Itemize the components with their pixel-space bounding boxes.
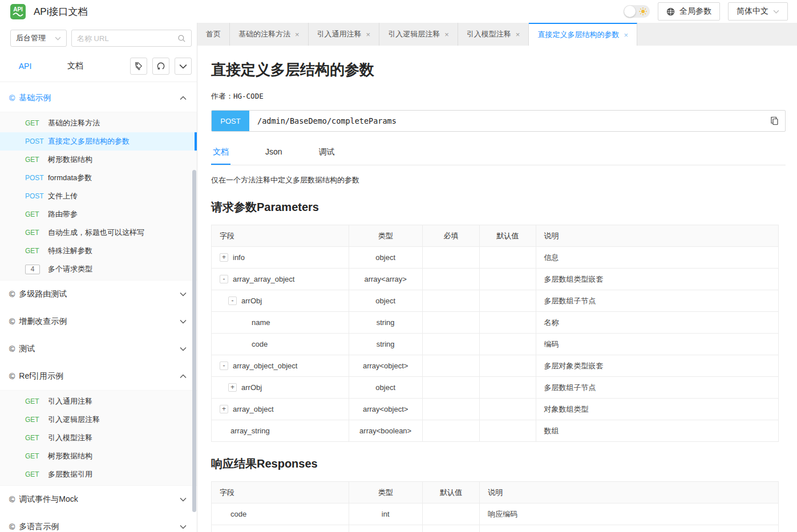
api-item-label: 树形数据结构 (48, 155, 92, 165)
description-cell: 数组 (536, 420, 778, 442)
close-icon[interactable]: × (295, 30, 300, 39)
search-box[interactable] (71, 30, 192, 47)
doc-tab-Json[interactable]: Json (264, 141, 284, 165)
sidebar-api-item[interactable]: GET引入模型注释 (0, 429, 197, 447)
main-tab[interactable]: 引入通用注释× (309, 23, 380, 46)
theme-toggle[interactable] (624, 5, 650, 18)
default-cell (480, 420, 536, 442)
sidebar-group-header[interactable]: ©多语言示例 (0, 513, 197, 532)
field-cell-inner: +arrObj (212, 383, 349, 392)
column-header: 类型 (349, 225, 422, 247)
sidebar-api-item[interactable]: GET引入逻辑层注释 (0, 411, 197, 429)
collapse-icon[interactable]: - (220, 275, 228, 283)
description-cell: 操作描述 (480, 525, 779, 532)
sidebar-api-item[interactable]: GET路由带参 (0, 205, 197, 224)
params-heading: 请求参数Parameters (211, 200, 786, 215)
chevron-up-icon (180, 96, 187, 100)
field-cell: message (212, 525, 349, 532)
app-logo-icon: API (10, 4, 26, 19)
doc-tab-文档[interactable]: 文档 (211, 141, 230, 165)
sidebar-api-item[interactable]: GET多层数据引用 (0, 465, 197, 484)
close-icon[interactable]: × (366, 30, 371, 39)
sidebar-group-header[interactable]: ©增删改查示例 (0, 308, 197, 335)
close-icon[interactable]: × (444, 30, 449, 39)
sidebar-group-label: 增删改查示例 (19, 316, 67, 327)
language-select[interactable]: 简体中文 (728, 2, 788, 21)
sidebar-api-item[interactable]: POST直接定义多层结构的参数 (0, 132, 197, 151)
method-label: GET (25, 397, 48, 405)
default-cell (480, 355, 536, 377)
table-row: messagestring操作描述 (212, 525, 779, 532)
main-tab[interactable]: 引入逻辑层注释× (379, 23, 458, 46)
sidebar-api-item[interactable]: GET树形数据结构 (0, 151, 197, 169)
description-cell: 响应编码 (480, 503, 779, 525)
sidebar-api-item[interactable]: GET特殊注解参数 (0, 242, 197, 260)
type-cell: array<boolean> (349, 420, 422, 442)
close-icon[interactable]: × (516, 30, 520, 39)
sidebar-api-item[interactable]: GET引入通用注释 (0, 392, 197, 411)
sidebar-group-header[interactable]: ©Ref引用示例 (0, 363, 197, 390)
sidebar-api-item[interactable]: GET自动生成，标题也可以这样写 (0, 224, 197, 242)
sidebar-api-item[interactable]: POSTformdata参数 (0, 169, 197, 187)
required-cell (422, 290, 479, 312)
main-tab-label: 引入通用注释 (317, 29, 362, 39)
collapse-all-button[interactable] (175, 58, 192, 75)
sidebar-tab-api[interactable]: API (0, 62, 50, 71)
main-tab-label: 直接定义多层结构的参数 (537, 30, 619, 40)
header-right: 全局参数 简体中文 (624, 2, 788, 21)
sidebar-group-label: 多级路由测试 (19, 289, 67, 299)
main-tab[interactable]: 直接定义多层结构的参数× (529, 23, 637, 46)
method-label: POST (25, 192, 48, 200)
project-select-value: 后台管理 (16, 33, 46, 43)
field-cell: code (212, 503, 349, 525)
tags-button[interactable] (130, 58, 147, 75)
sidebar-group-header[interactable]: ©基础示例 (0, 84, 197, 112)
sidebar-api-item[interactable]: GET树形数据结构 (0, 447, 197, 465)
doc-tab-调试[interactable]: 调试 (317, 141, 337, 165)
copy-url-button[interactable] (770, 116, 779, 125)
sidebar-api-item[interactable]: GET基础的注释方法 (0, 114, 197, 132)
refresh-button[interactable] (152, 58, 169, 75)
expand-icon[interactable]: + (220, 405, 228, 413)
field-name: info (233, 253, 245, 262)
collapse-icon[interactable]: - (228, 297, 237, 305)
column-header: 说明 (536, 225, 778, 247)
author-label: 作者： (211, 92, 233, 100)
method-label: POST (25, 174, 48, 182)
sidebar-scrollbar-thumb[interactable] (192, 170, 196, 512)
default-cell (480, 247, 536, 269)
global-params-button[interactable]: 全局参数 (658, 2, 720, 21)
controller-icon: © (9, 522, 15, 531)
sidebar-group-header[interactable]: ©测试 (0, 335, 197, 363)
sidebar-api-item[interactable]: 4多个请求类型 (0, 260, 197, 278)
chevron-down-icon (55, 36, 61, 40)
search-input[interactable] (77, 34, 177, 43)
svg-text:API: API (13, 6, 23, 13)
required-cell (422, 334, 479, 355)
table-header-row: 字段类型默认值说明 (212, 482, 779, 503)
main-tab[interactable]: 引入模型注释× (458, 23, 529, 46)
main-tab[interactable]: 首页 (197, 23, 230, 46)
sidebar-tab-doc[interactable]: 文档 (50, 61, 100, 71)
collapse-icon[interactable]: - (220, 362, 228, 370)
type-cell: array<object> (349, 355, 422, 377)
field-cell: -array_object_object (212, 355, 349, 377)
type-cell: string (349, 312, 422, 334)
api-item-label: 多层数据引用 (48, 469, 92, 480)
close-icon[interactable]: × (624, 31, 628, 39)
chevron-up-icon (180, 374, 187, 379)
description-cell: 编码 (536, 334, 778, 355)
sidebar-api-item[interactable]: POST文件上传 (0, 187, 197, 205)
sidebar-controls: 后台管理 (0, 23, 197, 52)
doc-content: 直接定义多层结构的参数 作者：HG-CODE POST /admin/BaseD… (197, 46, 797, 532)
expand-icon[interactable]: + (228, 383, 237, 392)
project-select[interactable]: 后台管理 (10, 30, 67, 47)
table-row: +arrObjobject多层数组子节点 (212, 377, 779, 399)
main-tab[interactable]: 基础的注释方法× (230, 23, 309, 46)
column-header: 字段 (212, 482, 349, 503)
toggle-knob[interactable] (624, 6, 636, 17)
description-cell: 多层数组子节点 (536, 290, 778, 312)
sidebar-group-header[interactable]: ©调试事件与Mock (0, 486, 197, 513)
expand-icon[interactable]: + (220, 253, 228, 262)
sidebar-group-header[interactable]: ©多级路由测试 (0, 281, 197, 308)
